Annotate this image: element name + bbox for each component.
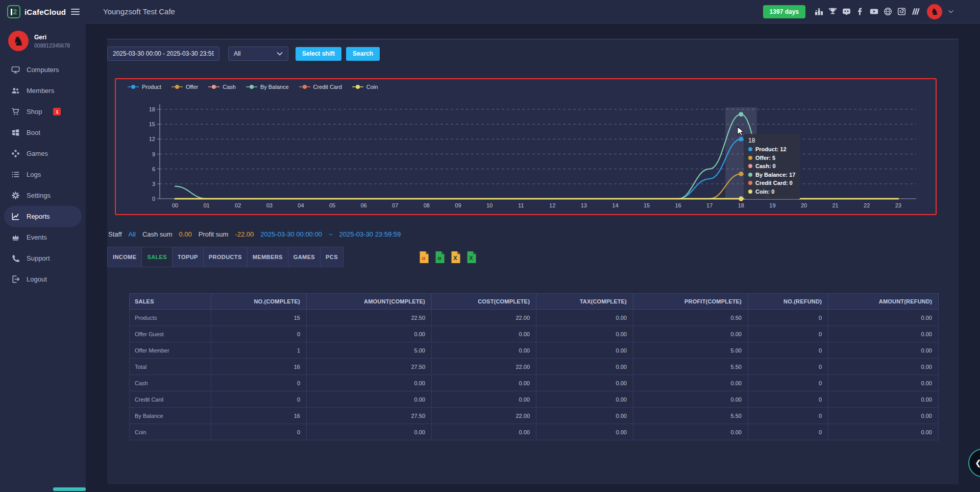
select-shift-button[interactable]: Select shift	[296, 47, 341, 61]
row-label: Credit Card	[130, 391, 211, 408]
globe-icon[interactable]	[884, 7, 892, 16]
sidebar-item-computers[interactable]: Computers	[4, 59, 82, 80]
sidebar-item-shop[interactable]: Shop1	[4, 101, 82, 122]
search-button[interactable]: Search	[346, 47, 380, 61]
export-pdf-green-icon[interactable]: α	[435, 251, 445, 264]
icafecloud-icon[interactable]	[897, 7, 906, 16]
discord-icon[interactable]	[842, 7, 851, 16]
legend-credit-card[interactable]: Credit Card	[299, 84, 342, 90]
export-pdf-yellow-icon[interactable]: α	[419, 251, 429, 264]
shift-select[interactable]: All	[228, 46, 288, 61]
legend-cash[interactable]: Cash	[208, 84, 236, 90]
col-header-tax-complete-: TAX(COMPLETE)	[536, 294, 633, 310]
legend-offer[interactable]: Offer	[171, 84, 198, 90]
chevron-down-icon[interactable]	[948, 10, 953, 13]
hamburger-menu-icon[interactable]	[70, 7, 81, 17]
tab-income[interactable]: INCOME	[107, 247, 142, 267]
legend-marker-icon	[246, 84, 258, 89]
date-range-input[interactable]	[107, 46, 219, 61]
facebook-icon[interactable]	[856, 7, 865, 16]
sidebar-scrollbar-thumb[interactable]	[53, 487, 86, 491]
tab-members[interactable]: MEMBERS	[248, 247, 288, 267]
svg-text:15: 15	[644, 202, 650, 208]
svg-text:10: 10	[486, 202, 493, 208]
avatar[interactable]: ♞	[8, 31, 29, 51]
svg-text:α: α	[438, 255, 442, 261]
cell-value: 0	[211, 326, 307, 342]
col-header-profit-complete-: PROFIT(COMPLETE)	[633, 294, 748, 310]
export-xls-yellow-icon[interactable]: X	[451, 251, 461, 264]
svg-text:21: 21	[832, 202, 838, 208]
legend-product[interactable]: Product	[127, 84, 161, 90]
cell-value: 0.00	[828, 326, 939, 342]
table-row-offer-guest: Offer Guest00.000.000.000.0000.00	[130, 326, 939, 342]
cell-value: 0.00	[536, 391, 633, 408]
user-phone: 008812345678	[34, 42, 70, 49]
cell-value: 0	[748, 408, 828, 424]
sidebar-item-support[interactable]: Support	[4, 248, 82, 269]
cell-value: 22.00	[432, 359, 536, 375]
cell-value: 5.50	[633, 408, 748, 424]
svg-text:18: 18	[149, 106, 155, 112]
cell-value: 0.00	[432, 375, 536, 391]
sidebar-item-logs[interactable]: Logs	[4, 164, 82, 185]
chevron-left-icon: ❮	[975, 458, 980, 467]
sidebar-item-boot[interactable]: Boot	[4, 122, 82, 143]
sidebar-item-reports[interactable]: Reports	[4, 206, 82, 227]
monitor-icon	[11, 65, 20, 74]
cell-value: 0	[748, 359, 828, 375]
cell-value: 0.00	[828, 310, 939, 326]
shop-badge: 1	[53, 108, 61, 115]
ranking-icon[interactable]	[815, 7, 823, 16]
cell-value: 0	[748, 326, 828, 342]
youtube-icon[interactable]	[870, 7, 878, 16]
cell-value: 22.00	[432, 408, 536, 424]
col-header-sales: SALES	[130, 294, 211, 310]
sidebar-item-logout[interactable]: Logout	[4, 269, 82, 290]
svg-text:16: 16	[675, 202, 681, 208]
table-row-by-balance: By Balance1627.5022.000.005.5000.00	[130, 408, 939, 424]
svg-text:19: 19	[769, 202, 775, 208]
export-xls-green-icon[interactable]: X	[467, 251, 477, 264]
sales-chart-panel[interactable]: ProductOfferCashBy BalanceCredit CardCoi…	[115, 78, 937, 215]
tab-products[interactable]: PRODUCTS	[204, 247, 248, 267]
sales-chart-svg[interactable]: 0369121518000102030405060708091011121314…	[116, 79, 936, 214]
tab-pcs[interactable]: PCS	[321, 247, 344, 267]
svg-text:X: X	[453, 255, 457, 261]
date-from: 2025-03-30 00:00:00	[260, 230, 322, 238]
svg-text:06: 06	[360, 202, 366, 208]
sidebar-item-games[interactable]: Games	[4, 143, 82, 164]
chart-legend: ProductOfferCashBy BalanceCredit CardCoi…	[127, 84, 378, 90]
svg-text:6: 6	[152, 166, 155, 172]
legend-marker-icon	[208, 84, 220, 89]
staff-value[interactable]: All	[129, 230, 136, 238]
tab-topup[interactable]: TOPUP	[173, 247, 204, 267]
legend-marker-icon	[127, 84, 139, 89]
sidebar-item-settings[interactable]: Settings	[4, 185, 82, 206]
tab-sales[interactable]: SALES	[142, 247, 173, 267]
sidebar-item-label: Support	[27, 254, 50, 262]
cell-value: 0.00	[633, 326, 748, 342]
sidebar-item-label: Shop	[27, 108, 42, 115]
sidebar-item-label: Settings	[27, 192, 51, 199]
tab-games[interactable]: GAMES	[288, 247, 321, 267]
table-body: Products1522.5022.000.000.5000.00Offer G…	[130, 310, 939, 440]
days-badge[interactable]: 1397 days	[763, 5, 805, 18]
topbar-avatar[interactable]: ♞	[927, 4, 942, 19]
cell-value: 0.00	[432, 391, 536, 408]
tabs: INCOMESALESTOPUPPRODUCTSMEMBERSGAMESPCS	[107, 247, 344, 267]
row-label: Coin	[130, 424, 211, 440]
cell-value: 0.00	[828, 359, 939, 375]
row-label: Cash	[130, 375, 211, 391]
sidebar-item-members[interactable]: Members	[4, 80, 82, 101]
cell-value: 0.00	[536, 310, 633, 326]
trophy-icon[interactable]	[828, 7, 837, 16]
layers-icon[interactable]	[911, 7, 920, 16]
svg-text:01: 01	[203, 202, 209, 208]
svg-text:02: 02	[235, 202, 241, 208]
legend-coin[interactable]: Coin	[352, 84, 378, 90]
legend-by-balance[interactable]: By Balance	[246, 84, 289, 90]
tabs-row: INCOMESALESTOPUPPRODUCTSMEMBERSGAMESPCS …	[107, 247, 477, 267]
sidebar-item-events[interactable]: Events	[4, 227, 82, 248]
user-row: ♞ Geri 008812345678	[0, 24, 86, 56]
